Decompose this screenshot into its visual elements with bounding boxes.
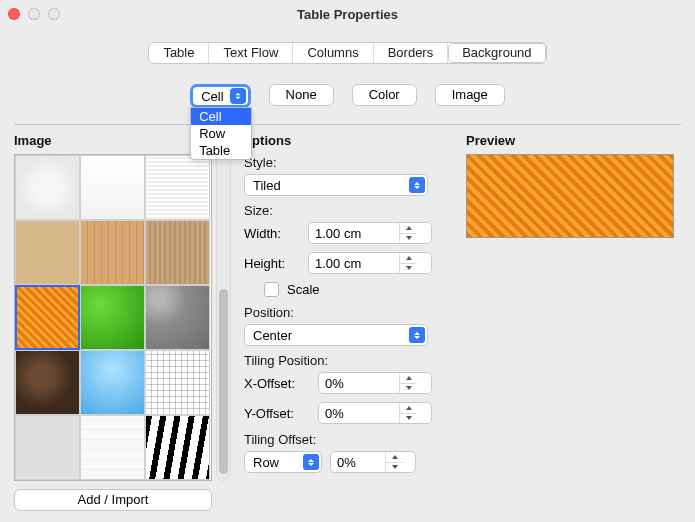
options-column: Options Style: Tiled Size: Width: Height… bbox=[238, 133, 453, 511]
image-column: Image bbox=[14, 133, 232, 511]
height-label: Height: bbox=[244, 256, 300, 271]
close-window-button[interactable] bbox=[8, 8, 20, 20]
spinner-buttons[interactable] bbox=[399, 223, 417, 243]
spinner-buttons[interactable] bbox=[399, 253, 417, 273]
titlebar: Table Properties bbox=[0, 0, 695, 28]
texture-swatch[interactable] bbox=[145, 220, 210, 285]
scope-select-value: Cell bbox=[201, 89, 223, 104]
scale-label: Scale bbox=[287, 282, 320, 297]
tiling-offset-input[interactable] bbox=[331, 455, 385, 470]
style-select[interactable]: Tiled bbox=[244, 174, 428, 196]
x-offset-spinner[interactable] bbox=[318, 372, 432, 394]
spinner-buttons[interactable] bbox=[385, 452, 403, 472]
preview-image bbox=[466, 154, 674, 238]
position-label: Position: bbox=[244, 305, 453, 320]
y-offset-spinner[interactable] bbox=[318, 402, 432, 424]
scope-option-table[interactable]: Table bbox=[191, 142, 251, 159]
updown-caret-icon bbox=[409, 177, 425, 193]
tiling-offset-spinner[interactable] bbox=[330, 451, 416, 473]
tab-text-flow[interactable]: Text Flow bbox=[209, 43, 293, 63]
preview-column: Preview bbox=[466, 133, 681, 511]
tab-table[interactable]: Table bbox=[149, 43, 209, 63]
texture-swatch[interactable] bbox=[80, 415, 145, 480]
spinner-buttons[interactable] bbox=[399, 403, 417, 423]
scale-checkbox[interactable] bbox=[264, 282, 279, 297]
texture-swatch[interactable] bbox=[145, 155, 210, 220]
texture-swatch[interactable] bbox=[15, 220, 80, 285]
scope-row: Cell Cell Row Table None Color Image bbox=[0, 84, 695, 108]
size-label: Size: bbox=[244, 203, 453, 218]
zoom-window-button[interactable] bbox=[48, 8, 60, 20]
updown-caret-icon bbox=[409, 327, 425, 343]
scrollbar-thumb[interactable] bbox=[219, 289, 228, 474]
tab-background[interactable]: Background bbox=[448, 43, 545, 63]
texture-swatch[interactable] bbox=[145, 285, 210, 350]
add-import-button[interactable]: Add / Import bbox=[14, 489, 212, 511]
preview-section-label: Preview bbox=[466, 133, 681, 148]
tiling-offset-label: Tiling Offset: bbox=[244, 432, 453, 447]
height-input[interactable] bbox=[309, 256, 399, 271]
scope-option-cell[interactable]: Cell bbox=[191, 108, 251, 125]
scope-select[interactable]: Cell Cell Row Table bbox=[190, 84, 250, 108]
texture-swatch-selected[interactable] bbox=[15, 285, 80, 350]
minimize-window-button[interactable] bbox=[28, 8, 40, 20]
scope-select-button[interactable]: Cell bbox=[190, 84, 250, 108]
updown-caret-icon bbox=[230, 88, 246, 104]
position-select[interactable]: Center bbox=[244, 324, 428, 346]
main-content: Image bbox=[0, 125, 695, 511]
tab-bar: Table Text Flow Columns Borders Backgrou… bbox=[0, 42, 695, 64]
tab-borders[interactable]: Borders bbox=[374, 43, 449, 63]
none-button[interactable]: None bbox=[269, 84, 334, 106]
texture-swatch[interactable] bbox=[15, 155, 80, 220]
style-label: Style: bbox=[244, 155, 453, 170]
texture-swatch[interactable] bbox=[15, 350, 80, 415]
width-label: Width: bbox=[244, 226, 300, 241]
texture-swatch[interactable] bbox=[145, 350, 210, 415]
color-button[interactable]: Color bbox=[352, 84, 417, 106]
texture-swatch[interactable] bbox=[80, 220, 145, 285]
width-input[interactable] bbox=[309, 226, 399, 241]
tiling-offset-axis-select[interactable]: Row bbox=[244, 451, 322, 473]
image-button[interactable]: Image bbox=[435, 84, 505, 106]
spinner-buttons[interactable] bbox=[399, 373, 417, 393]
x-offset-input[interactable] bbox=[319, 376, 399, 391]
style-select-value: Tiled bbox=[253, 178, 281, 193]
tab-columns[interactable]: Columns bbox=[293, 43, 373, 63]
gallery-scrollbar[interactable] bbox=[216, 154, 231, 481]
texture-swatch[interactable] bbox=[145, 415, 210, 480]
position-select-value: Center bbox=[253, 328, 292, 343]
updown-caret-icon bbox=[303, 454, 319, 470]
width-spinner[interactable] bbox=[308, 222, 432, 244]
tiling-position-label: Tiling Position: bbox=[244, 353, 453, 368]
traffic-lights bbox=[8, 8, 60, 20]
texture-swatch[interactable] bbox=[15, 415, 80, 480]
image-gallery[interactable] bbox=[14, 154, 212, 481]
options-section-label: Options bbox=[242, 133, 453, 148]
y-offset-label: Y-Offset: bbox=[244, 406, 310, 421]
tab-segmented-control: Table Text Flow Columns Borders Backgrou… bbox=[148, 42, 546, 64]
height-spinner[interactable] bbox=[308, 252, 432, 274]
texture-swatch[interactable] bbox=[80, 350, 145, 415]
scope-dropdown-menu: Cell Row Table bbox=[190, 107, 252, 160]
texture-swatch[interactable] bbox=[80, 155, 145, 220]
scope-option-row[interactable]: Row bbox=[191, 125, 251, 142]
y-offset-input[interactable] bbox=[319, 406, 399, 421]
x-offset-label: X-Offset: bbox=[244, 376, 310, 391]
tiling-offset-axis-value: Row bbox=[253, 455, 279, 470]
texture-swatch[interactable] bbox=[80, 285, 145, 350]
window-title: Table Properties bbox=[0, 7, 695, 22]
